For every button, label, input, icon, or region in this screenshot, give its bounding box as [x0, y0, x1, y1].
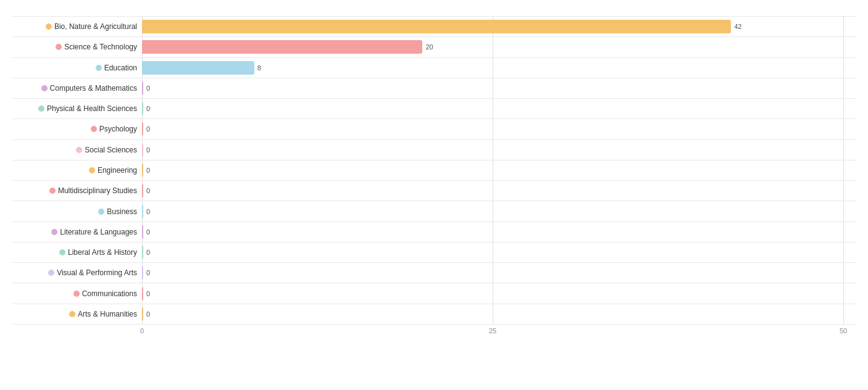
x-axis: 02550	[142, 327, 856, 338]
bar-label-wrap: Business	[12, 207, 142, 216]
bar-label-wrap: Arts & Humanities	[12, 310, 142, 318]
bar-fill	[142, 184, 143, 197]
bar-fill	[142, 266, 143, 280]
bar-label: Business	[107, 207, 137, 216]
bar-label: Social Sciences	[85, 146, 137, 154]
bar-fill	[142, 246, 143, 259]
bar-track: 20	[142, 37, 856, 57]
bar-value-label: 0	[146, 105, 150, 112]
bar-label-wrap: Social Sciences	[12, 146, 142, 154]
bar-track: 0	[142, 140, 856, 160]
bar-track: 0	[142, 243, 856, 262]
bar-value-label: 0	[146, 85, 150, 92]
x-axis-tick: 0	[140, 327, 144, 334]
bar-label-wrap: Bio, Nature & Agricultural	[12, 22, 142, 31]
bar-value-label: 0	[146, 208, 150, 215]
bar-label: Physical & Health Sciences	[47, 104, 137, 113]
bar-value-label: 0	[146, 228, 150, 236]
bar-label: Science & Technology	[64, 43, 137, 51]
bar-fill	[142, 287, 143, 301]
bar-label-wrap: Physical & Health Sciences	[12, 104, 142, 113]
bar-fill	[142, 102, 143, 115]
bar-fill	[142, 81, 143, 95]
chart-container: Bio, Nature & Agricultural42Science & Te…	[0, 0, 868, 390]
bar-label: Bio, Nature & Agricultural	[54, 22, 137, 31]
bar-label-wrap: Psychology	[12, 125, 142, 133]
bar-value-label: 0	[146, 249, 150, 256]
bar-fill	[142, 20, 731, 33]
chart-area: Bio, Nature & Agricultural42Science & Te…	[12, 16, 856, 338]
bar-dot-icon	[49, 188, 56, 194]
bar-track: 0	[142, 283, 856, 303]
bar-track: 0	[142, 181, 856, 201]
bar-dot-icon	[48, 270, 54, 276]
x-axis-tick: 50	[840, 327, 847, 334]
bar-row: Psychology0	[12, 119, 856, 139]
bar-row: Liberal Arts & History0	[12, 243, 856, 263]
bar-label: Literature & Languages	[60, 228, 137, 236]
bar-label: Communications	[82, 289, 137, 298]
bar-dot-icon	[96, 65, 102, 71]
x-axis-tick: 25	[489, 327, 496, 334]
bar-fill	[142, 205, 143, 218]
bar-track: 0	[142, 201, 856, 221]
bar-track: 0	[142, 304, 856, 324]
bar-label-wrap: Communications	[12, 289, 142, 298]
bar-row: Engineering0	[12, 160, 856, 181]
bar-row: Business0	[12, 201, 856, 222]
bar-label: Education	[104, 64, 137, 72]
bar-dot-icon	[59, 249, 65, 255]
bar-dot-icon	[91, 126, 97, 132]
bar-label: Engineering	[98, 166, 137, 175]
bar-value-label: 0	[146, 125, 150, 133]
bars-section: Bio, Nature & Agricultural42Science & Te…	[12, 16, 856, 325]
bar-label: Multidisciplinary Studies	[58, 186, 137, 195]
bar-dot-icon	[51, 229, 57, 235]
bar-dot-icon	[98, 209, 104, 215]
bar-fill	[142, 61, 254, 75]
bar-row: Social Sciences0	[12, 140, 856, 160]
bar-value-label: 0	[146, 310, 150, 318]
bar-row: Multidisciplinary Studies0	[12, 181, 856, 201]
bar-label: Liberal Arts & History	[68, 248, 137, 257]
bar-label-wrap: Liberal Arts & History	[12, 248, 142, 257]
bar-dot-icon	[89, 167, 95, 173]
bar-row: Computers & Mathematics0	[12, 78, 856, 99]
bar-dot-icon	[56, 44, 62, 50]
bar-row: Communications0	[12, 283, 856, 304]
bar-value-label: 0	[146, 167, 150, 174]
bar-fill	[142, 225, 143, 239]
bar-value-label: 8	[257, 64, 261, 72]
bar-value-label: 0	[146, 187, 150, 194]
bar-fill	[142, 307, 143, 321]
bar-row: Physical & Health Sciences0	[12, 99, 856, 119]
bar-fill	[142, 122, 143, 136]
bar-value-label: 0	[146, 146, 150, 154]
bar-dot-icon	[73, 291, 80, 297]
bar-track: 0	[142, 160, 856, 180]
bar-label-wrap: Literature & Languages	[12, 228, 142, 236]
bar-dot-icon	[41, 85, 48, 91]
bar-track: 8	[142, 58, 856, 78]
bar-track: 0	[142, 99, 856, 118]
bar-row: Arts & Humanities0	[12, 304, 856, 325]
bar-track: 0	[142, 78, 856, 98]
bar-label: Psychology	[99, 125, 137, 133]
bar-row: Literature & Languages0	[12, 222, 856, 243]
bar-label-wrap: Science & Technology	[12, 43, 142, 51]
bar-value-label: 42	[734, 23, 741, 30]
bar-value-label: 0	[146, 269, 150, 276]
bar-value-label: 20	[425, 43, 433, 51]
bar-label-wrap: Visual & Performing Arts	[12, 268, 142, 277]
bar-track: 0	[142, 119, 856, 139]
bar-label: Computers & Mathematics	[50, 84, 137, 93]
bar-dot-icon	[46, 23, 52, 30]
bar-label: Visual & Performing Arts	[57, 268, 137, 277]
bar-value-label: 0	[146, 290, 150, 297]
bar-row: Bio, Nature & Agricultural42	[12, 16, 856, 37]
bar-row: Science & Technology20	[12, 37, 856, 57]
bar-track: 0	[142, 263, 856, 283]
bar-label-wrap: Education	[12, 64, 142, 72]
bar-track: 42	[142, 17, 856, 36]
bar-fill	[142, 164, 143, 177]
